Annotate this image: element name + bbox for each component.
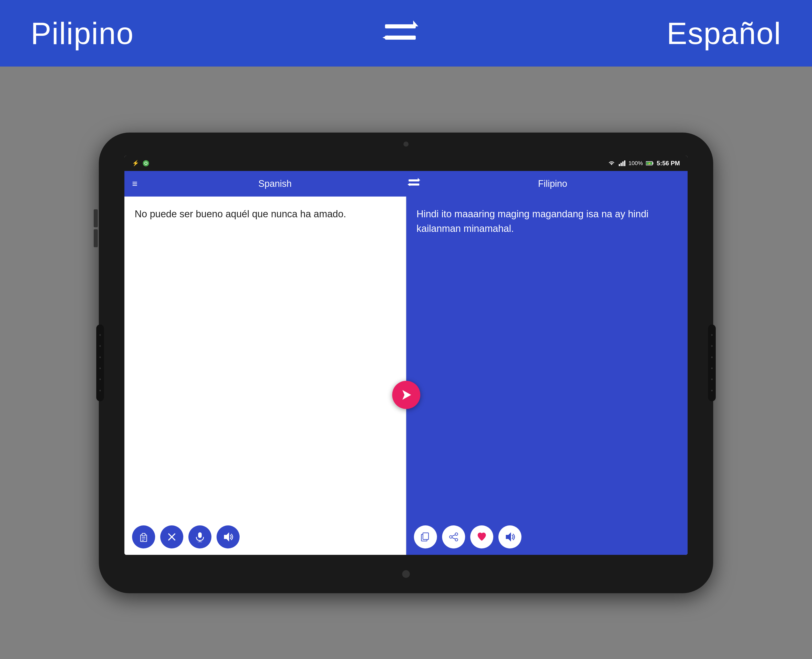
svg-rect-24 — [198, 532, 202, 538]
status-bar: ⚡ — [125, 156, 687, 171]
speaker-left — [96, 325, 104, 401]
status-bar-right: 100% ⚡ 5:56 PM — [608, 160, 680, 167]
svg-point-4 — [145, 162, 147, 164]
time-display: 5:56 PM — [657, 160, 680, 167]
tablet-screen: ⚡ — [125, 156, 687, 555]
svg-line-34 — [452, 535, 455, 536]
svg-rect-6 — [621, 163, 622, 166]
volume-buttons — [94, 209, 98, 247]
source-text[interactable]: No puede ser bueno aquél que nunca ha am… — [125, 197, 406, 519]
svg-point-32 — [449, 536, 452, 538]
menu-button[interactable]: ≡ — [132, 178, 137, 189]
clipboard-icon — [139, 532, 149, 542]
wifi-icon — [608, 161, 615, 166]
copy-translation-button[interactable] — [414, 525, 437, 549]
status-bar-left: ⚡ — [132, 160, 149, 167]
app-bar: ≡ Spanish Filipino — [125, 171, 687, 197]
svg-marker-14 — [418, 178, 420, 180]
translated-text: Hindi ito maaaring maging magandang isa … — [406, 197, 687, 519]
share-button[interactable] — [442, 525, 465, 549]
share-icon — [449, 532, 459, 542]
clipboard-button[interactable] — [132, 525, 155, 549]
svg-point-31 — [455, 533, 458, 535]
svg-marker-28 — [402, 390, 411, 400]
svg-rect-7 — [622, 161, 624, 166]
svg-rect-30 — [423, 533, 429, 539]
svg-rect-13 — [408, 180, 419, 181]
svg-rect-18 — [142, 533, 145, 536]
signal-icon — [618, 161, 625, 166]
svg-rect-5 — [619, 164, 620, 166]
header-lang-right: Español — [667, 16, 781, 51]
copy-icon — [420, 532, 430, 542]
svg-text:⚡: ⚡ — [648, 162, 651, 165]
app-bar-target-lang[interactable]: Filipino — [426, 178, 680, 189]
battery-icon: ⚡ — [646, 161, 654, 166]
tablet-camera — [404, 142, 408, 147]
svg-line-35 — [452, 538, 455, 539]
app-bar-swap-icon[interactable] — [408, 177, 420, 190]
speaker-left-icon — [223, 532, 233, 542]
header-swap-icon[interactable] — [382, 14, 418, 52]
speaker-right-icon — [505, 532, 515, 542]
favorite-button[interactable] — [470, 525, 493, 549]
battery-percent: 100% — [628, 160, 643, 167]
svg-marker-27 — [224, 532, 229, 542]
svg-marker-36 — [506, 532, 511, 542]
speaker-left-button[interactable] — [216, 525, 240, 549]
app-bar-source-lang[interactable]: Spanish — [148, 178, 402, 189]
clear-button[interactable] — [160, 525, 183, 549]
svg-rect-15 — [408, 183, 419, 186]
svg-marker-16 — [408, 183, 410, 186]
svg-rect-8 — [624, 161, 625, 166]
svg-marker-3 — [382, 35, 388, 39]
speaker-right — [708, 325, 716, 401]
clear-icon — [167, 532, 177, 542]
svg-rect-10 — [653, 162, 653, 164]
right-actions — [406, 519, 687, 555]
svg-rect-2 — [385, 36, 416, 39]
left-actions — [125, 519, 406, 555]
send-icon — [400, 389, 412, 401]
left-panel: No puede ser bueno aquél que nunca ha am… — [125, 197, 406, 555]
heart-icon — [477, 532, 487, 542]
svg-marker-1 — [413, 20, 418, 26]
translate-fab-button[interactable] — [392, 381, 420, 409]
tablet-top-bar — [99, 132, 713, 156]
mic-icon — [196, 532, 205, 542]
home-button[interactable] — [402, 570, 410, 578]
mic-button[interactable] — [188, 525, 211, 549]
top-header: Pilipino Español — [0, 0, 812, 66]
main-content: No puede ser bueno aquél que nunca ha am… — [125, 197, 687, 555]
notification-circle — [143, 160, 149, 166]
right-panel: Hindi ito maaaring maging magandang isa … — [406, 197, 687, 555]
tablet-bottom — [99, 555, 713, 593]
usb-icon: ⚡ — [132, 160, 139, 167]
tablet-device: ⚡ — [99, 132, 713, 593]
svg-point-33 — [455, 538, 458, 541]
speaker-right-button[interactable] — [498, 525, 522, 549]
tablet-wrapper: ⚡ — [0, 66, 812, 659]
svg-rect-0 — [385, 24, 416, 28]
header-lang-left: Pilipino — [31, 16, 134, 51]
